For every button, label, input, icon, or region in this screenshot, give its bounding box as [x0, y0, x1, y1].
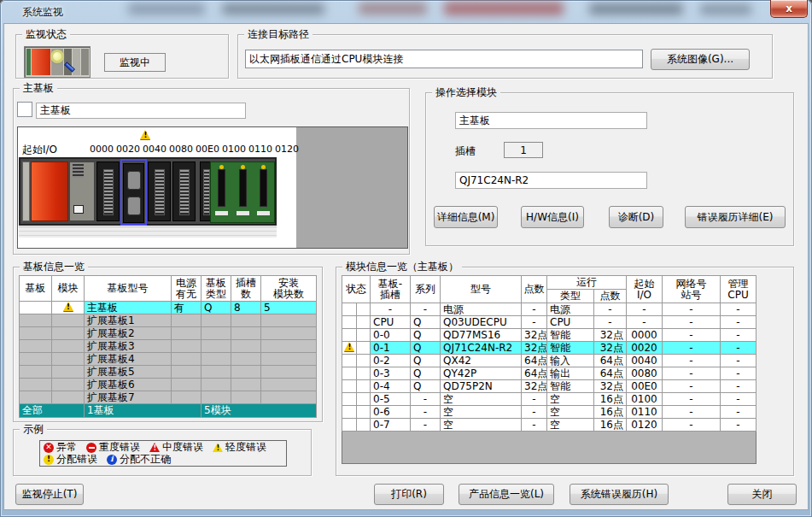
- severe-error-icon: [86, 443, 96, 453]
- base-name-field[interactable]: 主基板: [36, 103, 246, 119]
- table-row[interactable]: 0-2QQX4264点输入64点0040--: [342, 355, 757, 367]
- connector: [179, 169, 190, 215]
- stop-monitor-button[interactable]: 监视停止(T): [15, 484, 84, 505]
- start-io-label: 起始I/O: [22, 143, 57, 157]
- slot-number-box: 1: [504, 142, 543, 158]
- module-table-header: 状态 基板-插槽 系列 型号 点数 运行 起始I/O 网络号站号 管理CPU: [342, 276, 757, 290]
- module-info-table: 状态 基板-插槽 系列 型号 点数 运行 起始I/O 网络号站号 管理CPU 类…: [342, 275, 757, 464]
- rack-image: 起始I/O 0000 0020 0040 0080 00E0 0100 0110…: [17, 126, 408, 249]
- hw-info-button[interactable]: H/W信息(I): [521, 206, 584, 228]
- titlebar-blur-decoration: [128, 3, 205, 15]
- rack-graphic: [19, 157, 277, 226]
- monitor-status-icon: [24, 46, 91, 78]
- connector: [103, 169, 114, 215]
- table-row[interactable]: 0-0QQD77MS1632点智能32点0000--: [342, 329, 757, 342]
- monitor-status-group-label: 监视状态: [22, 28, 70, 41]
- dsub-connector: [127, 171, 141, 190]
- table-row[interactable]: 0-7-空-空16点0120--: [342, 419, 757, 432]
- warning-icon: [63, 302, 73, 311]
- print-button[interactable]: 打印(R): [374, 484, 444, 505]
- rack-module-slot1-selected[interactable]: [120, 159, 147, 226]
- io-address: 0040: [143, 144, 166, 155]
- light-error-icon: [213, 443, 223, 452]
- connection-path-field[interactable]: 以太网插板通信通过CPU模块连接: [245, 50, 643, 68]
- table-row[interactable]: 扩展基板4: [20, 353, 317, 366]
- io-address: 0110: [248, 144, 272, 155]
- rack-module-power[interactable]: [31, 162, 68, 221]
- rack-empty-slots[interactable]: [210, 162, 275, 223]
- main-base-group-label: 主基板: [20, 82, 57, 95]
- rack-module-slot3[interactable]: [172, 162, 196, 221]
- slot-label: 插槽: [455, 144, 476, 159]
- io-address: 0100: [222, 144, 246, 155]
- rack-thumb-power: [32, 49, 50, 75]
- selected-module-group-label: 操作选择模块: [432, 86, 500, 99]
- system-error-history-button[interactable]: 系统错误履历(H): [570, 484, 669, 505]
- error-history-detail-button[interactable]: 错误履历详细(E): [685, 206, 786, 228]
- table-row[interactable]: 扩展基板2: [20, 327, 317, 340]
- table-row[interactable]: 扩展基板1: [20, 314, 317, 327]
- connection-path-group-label: 连接目标路径: [244, 28, 313, 41]
- empty-slot: [232, 162, 254, 222]
- table-row-selected[interactable]: 0-1QQJ71C24N-R232点智能32点0020--: [342, 342, 757, 355]
- io-address: 00E0: [196, 144, 219, 155]
- titlebar-blur-decoration: [222, 3, 324, 15]
- connector: [155, 169, 165, 215]
- dsub-connector: [127, 197, 141, 215]
- empty-slot: [211, 162, 232, 222]
- system-image-button[interactable]: 系统图像(G)...: [651, 49, 750, 70]
- rack-thumb-base: [26, 49, 31, 75]
- titlebar-blur-decoration: [589, 3, 683, 15]
- magnifier-icon: [50, 50, 64, 63]
- connector: [203, 169, 210, 215]
- table-row[interactable]: --电源-电源----: [342, 303, 757, 316]
- detail-info-button[interactable]: 详细信息(M): [434, 206, 498, 228]
- titlebar-blur-decoration: [700, 4, 751, 15]
- warning-icon: [344, 342, 354, 351]
- rack-base-strip: [22, 162, 30, 221]
- close-dialog-button[interactable]: 关闭: [727, 484, 797, 505]
- module-info-group-label: 模块信息一览（主基板）: [342, 261, 462, 273]
- table-row[interactable]: 扩展基板7: [20, 391, 317, 404]
- cpu-detail: [73, 164, 84, 178]
- base-info-group-label: 基板信息一览: [20, 261, 88, 273]
- close-icon: x: [786, 3, 792, 14]
- table-row[interactable]: 扩展基板6: [20, 379, 317, 391]
- table-row[interactable]: 0-3QQY42P64点输出64点0080--: [342, 367, 757, 380]
- table-row[interactable]: 扩展基板5: [20, 366, 317, 379]
- io-address: 0120: [275, 144, 299, 155]
- table-row[interactable]: 主基板 有 Q 8 5: [20, 302, 317, 314]
- moderate-error-icon: [149, 443, 160, 452]
- diagnostics-button[interactable]: 诊断(D): [609, 206, 663, 228]
- allocation-incorrect-icon: i: [107, 455, 117, 465]
- rack-module-cpu[interactable]: [69, 162, 95, 221]
- monitor-state-text: 监视中: [120, 56, 150, 70]
- rack-module-slot0[interactable]: [96, 162, 120, 221]
- selected-base-field: 主基板: [455, 112, 647, 129]
- rack-thumb-module: [81, 49, 89, 75]
- legend-group-label: 示例: [20, 423, 47, 436]
- connection-path-text: 以太网插板通信通过CPU模块连接: [249, 52, 403, 67]
- base-select-box[interactable]: [17, 102, 32, 117]
- table-row[interactable]: 扩展基板3: [20, 340, 317, 353]
- base-table-summary-row: 全部 1基板 5模块: [20, 404, 317, 418]
- titlebar-blur-decoration: [444, 2, 564, 15]
- close-button[interactable]: x: [770, 0, 808, 18]
- table-row[interactable]: CPUQQ03UDECPU-CPU----: [342, 316, 757, 329]
- titlebar-blur-decoration: [359, 3, 427, 15]
- selected-module-body: [123, 163, 144, 223]
- product-info-list-button[interactable]: 产品信息一览(L): [459, 484, 554, 505]
- rack-thumb-module: [73, 49, 80, 75]
- table-row[interactable]: 0-5-空-空16点0100--: [342, 393, 757, 406]
- io-address: 0000: [90, 144, 114, 155]
- warning-icon: [140, 130, 150, 139]
- cpu-port: [73, 205, 84, 214]
- system-monitor-dialog: 系统监视 x 监视状态 监视中 连接目标路径 以太网插板通信通过CPU模块连接 …: [0, 0, 812, 517]
- table-row[interactable]: 0-6-空-空16点0110--: [342, 406, 757, 419]
- base-info-table: 基板 模块 基板型号 电源有无 基板类型 插槽数 安装模块数 主基板 有 Q 8…: [19, 275, 317, 418]
- rack-module-slot2[interactable]: [148, 162, 171, 221]
- error-x-icon: ✕: [44, 443, 54, 453]
- table-row[interactable]: 0-4QQD75P2N32点智能32点00E0--: [342, 380, 757, 393]
- io-address: 0020: [116, 144, 140, 155]
- monitor-state-box: 监视中: [104, 53, 166, 72]
